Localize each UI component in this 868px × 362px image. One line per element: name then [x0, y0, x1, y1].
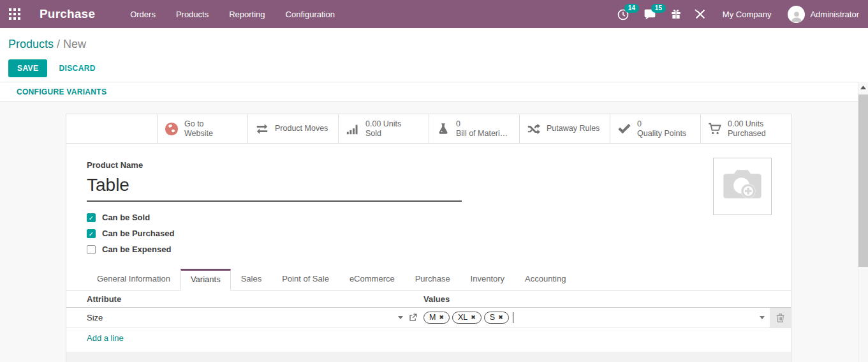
message-count-badge: 15 — [651, 4, 666, 13]
internal-link-icon[interactable] — [409, 313, 417, 322]
form-sheet: Go to Website Product Moves — [66, 114, 791, 362]
configure-variants-button[interactable]: CONFIGURE VARIANTS — [17, 87, 107, 96]
can-be-purchased-label: Can be Purchased — [102, 229, 174, 238]
values-column-header: Values — [423, 294, 791, 304]
can-be-expensed-row: Can be Expensed — [87, 241, 770, 257]
tab-purchase[interactable]: Purchase — [405, 268, 460, 290]
button-label: 0 Bill of Materi… — [456, 119, 508, 139]
bill-of-materials-button[interactable]: 0 Bill of Materi… — [429, 114, 519, 143]
tab-sales[interactable]: Sales — [231, 268, 272, 290]
breadcrumb-products-link[interactable]: Products — [8, 38, 54, 50]
product-name-input[interactable]: Table — [87, 175, 462, 202]
value-tag: M ✖ — [423, 312, 450, 324]
save-button[interactable]: SAVE — [8, 59, 47, 77]
user-name: Administrator — [810, 10, 859, 19]
product-image-upload[interactable] — [713, 158, 772, 215]
button-label: Go to Website — [184, 119, 213, 139]
globe-icon — [165, 122, 179, 136]
trash-icon — [776, 313, 785, 322]
bar-chart-icon — [346, 122, 360, 136]
check-icon: ✓ — [89, 215, 94, 222]
quality-points-button[interactable]: 0 Quality Points — [610, 114, 700, 143]
tab-ecommerce[interactable]: eCommerce — [339, 268, 405, 290]
nav-reporting[interactable]: Reporting — [229, 10, 265, 19]
messages-button[interactable]: 15 — [644, 7, 658, 21]
gift-icon — [670, 8, 682, 20]
table-row: Size — [66, 308, 791, 328]
value-tag: S ✖ — [484, 312, 509, 324]
can-be-sold-checkbox[interactable]: ✓ — [87, 213, 96, 222]
app-title[interactable]: Purchase — [40, 7, 95, 21]
remove-tag-icon[interactable]: ✖ — [498, 315, 503, 321]
tab-accounting[interactable]: Accounting — [515, 268, 576, 290]
button-label: Putaway Rules — [547, 124, 600, 133]
button-box-spacer — [66, 114, 157, 143]
activities-button[interactable]: 14 — [617, 7, 631, 21]
breadcrumb-current: New — [63, 38, 86, 50]
tools-button[interactable] — [695, 8, 706, 20]
vertical-scrollbar[interactable] — [858, 82, 868, 362]
nav-configuration[interactable]: Configuration — [286, 10, 335, 19]
chevron-up-icon — [860, 86, 866, 89]
can-be-sold-row: ✓ Can be Sold — [87, 209, 770, 225]
nav-orders[interactable]: Orders — [130, 10, 156, 19]
top-navigation: Orders Products Reporting Configuration — [130, 10, 335, 19]
check-icon — [617, 122, 631, 136]
attribute-dropdown-caret-icon[interactable] — [398, 316, 403, 319]
tab-general-information[interactable]: General Information — [87, 268, 180, 290]
shuffle-icon — [527, 122, 541, 136]
exchange-icon — [255, 122, 269, 136]
units-purchased-button[interactable]: 0.00 Units Purchased — [700, 114, 791, 143]
variants-table: Attribute Values Size — [66, 290, 791, 362]
camera-plus-icon — [721, 168, 763, 205]
tab-variants[interactable]: Variants — [180, 269, 231, 290]
scrollbar-thumb[interactable] — [858, 94, 868, 267]
remove-tag-icon[interactable]: ✖ — [439, 315, 444, 321]
putaway-rules-button[interactable]: Putaway Rules — [519, 114, 610, 143]
rewards-button[interactable] — [670, 8, 682, 20]
delete-row-button[interactable] — [770, 308, 791, 328]
discard-button[interactable]: DISCARD — [51, 59, 103, 77]
company-switcher[interactable]: My Company — [723, 10, 772, 19]
text-cursor — [513, 312, 513, 323]
user-menu[interactable]: Administrator — [788, 6, 859, 23]
product-name-label: Product Name — [87, 160, 770, 170]
button-label: 0.00 Units Sold — [365, 119, 401, 139]
attribute-value[interactable]: Size — [87, 313, 103, 322]
can-be-purchased-checkbox[interactable]: ✓ — [87, 229, 96, 238]
tab-point-of-sale[interactable]: Point of Sale — [272, 268, 339, 290]
section-separator — [66, 352, 791, 362]
can-be-purchased-row: ✓ Can be Purchased — [87, 225, 770, 241]
scroll-up-button[interactable] — [858, 82, 868, 93]
go-to-website-button[interactable]: Go to Website — [157, 114, 247, 143]
avatar — [788, 6, 805, 23]
person-icon — [790, 9, 804, 23]
breadcrumb-separator: / — [57, 38, 60, 50]
tab-inventory[interactable]: Inventory — [460, 268, 515, 290]
values-dropdown-caret-icon[interactable] — [760, 316, 765, 319]
add-a-line-link[interactable]: Add a line — [66, 328, 791, 349]
product-moves-button[interactable]: Product Moves — [247, 114, 338, 143]
table-header-row: Attribute Values — [66, 290, 791, 308]
attribute-column-header: Attribute — [66, 294, 423, 304]
tools-icon — [695, 8, 706, 20]
can-be-expensed-checkbox[interactable] — [87, 245, 96, 254]
odoo-window: Purchase Orders Products Reporting Confi… — [0, 0, 868, 362]
can-be-sold-label: Can be Sold — [102, 213, 150, 222]
button-label: Product Moves — [275, 124, 328, 133]
breadcrumb: Products / New — [8, 38, 868, 51]
check-icon: ✓ — [89, 230, 94, 238]
notebook-tabs: General Information Variants Sales Point… — [66, 268, 791, 290]
value-tag: XL ✖ — [452, 312, 482, 324]
topbar: Purchase Orders Products Reporting Confi… — [0, 0, 868, 28]
button-box: Go to Website Product Moves — [66, 114, 791, 144]
button-label: 0.00 Units Purchased — [728, 119, 766, 139]
apps-menu-icon[interactable] — [9, 8, 20, 20]
button-label: 0 Quality Points — [637, 119, 686, 139]
activity-count-badge: 14 — [624, 4, 639, 13]
flask-icon — [436, 122, 450, 136]
form-statusbar: CONFIGURE VARIANTS — [0, 82, 868, 102]
remove-tag-icon[interactable]: ✖ — [471, 315, 476, 321]
nav-products[interactable]: Products — [176, 10, 209, 19]
units-sold-button[interactable]: 0.00 Units Sold — [338, 114, 429, 143]
